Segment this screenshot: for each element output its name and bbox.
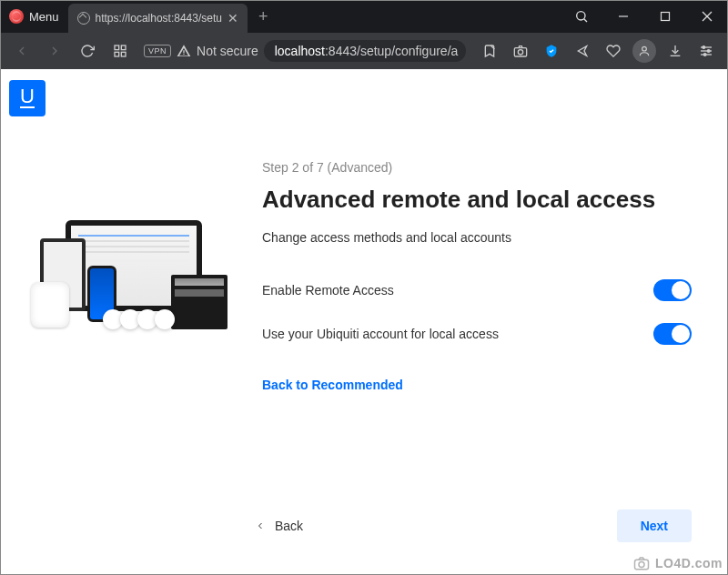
- svg-point-13: [642, 46, 647, 51]
- toggle-label: Use your Ubiquiti account for local acce…: [262, 327, 499, 341]
- avatar-icon: [632, 39, 656, 63]
- browser-tab[interactable]: https://localhost:8443/setu ✕: [68, 4, 248, 33]
- svg-point-18: [703, 46, 705, 49]
- page-title: Advanced remote and local access: [262, 186, 692, 214]
- maximize-icon: [660, 11, 671, 22]
- send-button[interactable]: [568, 36, 597, 66]
- search-icon: [574, 9, 589, 24]
- browser-chrome: Menu https://localhost:8443/setu ✕ +: [0, 0, 728, 69]
- warning-icon: [177, 44, 191, 58]
- reload-icon: [80, 44, 95, 58]
- next-button[interactable]: Next: [617, 509, 692, 542]
- address-bar-zone: VPN Not secure localhost:8443/setup/conf…: [138, 40, 471, 62]
- chevron-right-icon: [47, 44, 62, 58]
- svg-rect-6: [115, 45, 119, 50]
- sliders-icon: [699, 44, 713, 58]
- toggle-label: Enable Remote Access: [262, 283, 394, 298]
- page-description: Change access methods and local accounts: [262, 230, 692, 245]
- toggle-remote-access[interactable]: [653, 279, 692, 301]
- close-tab-icon[interactable]: ✕: [228, 11, 238, 25]
- step-label: Step 2 of 7 (Advanced): [262, 160, 692, 175]
- product-illustration: [31, 220, 240, 357]
- chevron-left-icon: [255, 520, 266, 531]
- minimize-icon: [618, 11, 629, 22]
- minimize-button[interactable]: [602, 0, 644, 33]
- profile-button[interactable]: [630, 36, 659, 66]
- unifi-logo[interactable]: U: [9, 80, 46, 116]
- svg-rect-9: [121, 52, 126, 56]
- svg-rect-8: [115, 52, 119, 56]
- send-icon: [575, 44, 590, 58]
- toggle-row-ubiquiti-account: Use your Ubiquiti account for local acce…: [262, 312, 692, 356]
- back-nav-button[interactable]: [7, 36, 36, 66]
- downloads-button[interactable]: [661, 36, 690, 66]
- back-button[interactable]: Back: [255, 519, 303, 533]
- speed-dial-button[interactable]: [106, 36, 135, 66]
- svg-rect-7: [121, 45, 126, 50]
- svg-point-0: [577, 12, 585, 20]
- url-path: :8443/setup/configure/a: [325, 44, 458, 58]
- page-content: U Step 2 of 7 (Advanced) Advanced remote…: [0, 69, 728, 575]
- close-icon: [702, 11, 713, 22]
- bookmark-icon: [482, 44, 497, 58]
- url-host: localhost: [275, 44, 325, 58]
- svg-point-22: [639, 562, 644, 568]
- snapshot-button[interactable]: [506, 36, 535, 66]
- new-tab-button[interactable]: +: [248, 7, 279, 26]
- footer-nav: Back Next: [255, 509, 692, 542]
- download-icon: [668, 44, 682, 58]
- tab-title: https://localhost:8443/setu: [96, 12, 222, 25]
- globe-icon: [77, 12, 90, 25]
- watermark: LO4D.com: [633, 555, 723, 571]
- grid-icon: [113, 44, 127, 58]
- not-secure-label: Not secure: [197, 44, 258, 58]
- camera-icon: [633, 555, 650, 571]
- svg-point-12: [518, 50, 522, 55]
- shield-icon: [544, 44, 559, 58]
- forward-nav-button[interactable]: [40, 36, 69, 66]
- svg-point-20: [703, 54, 706, 56]
- toolbar: VPN Not secure localhost:8443/setup/conf…: [0, 33, 728, 69]
- maximize-button[interactable]: [644, 0, 686, 33]
- easy-setup-button[interactable]: [692, 36, 721, 66]
- titlebar: Menu https://localhost:8443/setu ✕ +: [0, 0, 728, 33]
- security-indicator[interactable]: Not secure: [177, 44, 258, 58]
- address-bar[interactable]: localhost:8443/setup/configure/a: [264, 40, 466, 62]
- svg-rect-3: [662, 13, 670, 21]
- menu-label: Menu: [29, 10, 59, 24]
- vpn-badge[interactable]: VPN: [144, 45, 171, 57]
- search-tabs-button[interactable]: [561, 0, 602, 33]
- camera-icon: [513, 44, 528, 58]
- bookmark-button[interactable]: [475, 36, 504, 66]
- opera-logo-icon: [9, 9, 24, 24]
- toggle-row-remote-access: Enable Remote Access: [262, 268, 692, 312]
- svg-line-1: [584, 19, 587, 22]
- adblock-button[interactable]: [537, 36, 566, 66]
- toggle-ubiquiti-account[interactable]: [653, 323, 692, 345]
- reload-button[interactable]: [73, 36, 102, 66]
- heart-button[interactable]: [599, 36, 628, 66]
- svg-point-19: [707, 50, 710, 53]
- opera-menu-button[interactable]: Menu: [0, 0, 68, 33]
- chevron-left-icon: [15, 44, 29, 58]
- close-window-button[interactable]: [686, 0, 728, 33]
- heart-icon: [606, 44, 621, 58]
- back-to-recommended-link[interactable]: Back to Recommended: [262, 378, 403, 392]
